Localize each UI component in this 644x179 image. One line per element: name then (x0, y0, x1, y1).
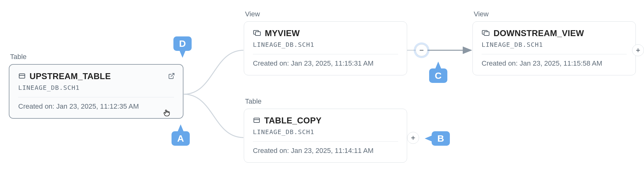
expand-lineage-button[interactable] (407, 132, 419, 144)
lineage-node-myview[interactable]: MYVIEW LINEAGE_DB.SCH1 Created on: Jan 2… (244, 21, 407, 75)
svg-rect-11 (484, 32, 489, 35)
lineage-node-downstream-view[interactable]: DOWNSTREAM_VIEW LINEAGE_DB.SCH1 Created … (472, 21, 636, 75)
open-external-icon[interactable] (167, 72, 176, 80)
divider (482, 54, 627, 54)
node-created-on: Created on: Jan 23, 2025, 11:15:31 AM (253, 59, 398, 68)
view-icon (253, 29, 261, 38)
svg-line-2 (171, 73, 174, 77)
node-type-label-myview: View (245, 10, 260, 18)
divider (253, 54, 398, 54)
node-type-label-upstream-table: Table (10, 53, 27, 61)
table-icon (18, 72, 26, 81)
callout-a: A (172, 124, 190, 146)
expand-lineage-button[interactable] (632, 44, 644, 56)
node-created-on: Created on: Jan 23, 2025, 11:14:11 AM (253, 147, 398, 155)
node-created-on: Created on: Jan 23, 2025, 11:12:35 AM (18, 102, 174, 111)
node-title: MYVIEW (265, 29, 300, 38)
node-title: TABLE_COPY (264, 116, 322, 126)
callout-d: D (173, 36, 192, 58)
node-type-label-table-copy: Table (245, 97, 262, 106)
svg-rect-0 (19, 74, 25, 78)
svg-rect-6 (254, 118, 259, 122)
divider (253, 141, 398, 142)
callout-b: B (425, 131, 450, 146)
node-path: LINEAGE_DB.SCH1 (253, 41, 398, 48)
table-icon (253, 117, 260, 125)
collapse-lineage-button[interactable] (416, 44, 428, 56)
node-type-label-downstream-view: View (474, 10, 488, 18)
callout-c: C (429, 62, 447, 83)
node-path: LINEAGE_DB.SCH1 (482, 41, 627, 48)
node-path: LINEAGE_DB.SCH1 (253, 128, 398, 136)
view-icon (482, 29, 490, 38)
node-path: LINEAGE_DB.SCH1 (18, 84, 174, 91)
divider (18, 97, 174, 97)
lineage-node-upstream-table[interactable]: UPSTREAM_TABLE LINEAGE_DB.SCH1 Created o… (9, 64, 183, 119)
node-title: UPSTREAM_TABLE (30, 72, 111, 81)
lineage-node-table-copy[interactable]: TABLE_COPY LINEAGE_DB.SCH1 Created on: J… (244, 109, 407, 163)
svg-rect-4 (255, 32, 260, 35)
node-created-on: Created on: Jan 23, 2025, 11:15:58 AM (482, 59, 627, 68)
node-title: DOWNSTREAM_VIEW (494, 29, 584, 38)
